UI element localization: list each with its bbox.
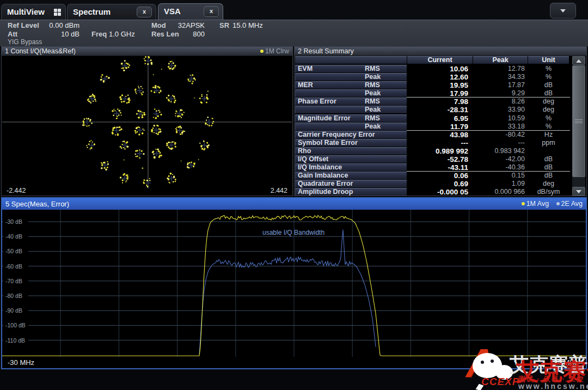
tab-multiview-label: MultiView <box>7 7 45 16</box>
result-peak-value: 33.90 <box>473 106 525 114</box>
x-axis-min-label: -2.442 <box>7 187 26 194</box>
result-row: Carrier Frequency Error43.98-80.42Hz <box>295 131 573 139</box>
result-row: Phase ErrorRMS7.988.26deg <box>295 97 573 106</box>
result-row: Quadrature Error0.691.09deg <box>295 180 573 188</box>
scrollbar-up-button[interactable] <box>572 56 585 65</box>
result-row-label: Carrier Frequency Error <box>295 131 407 138</box>
channel-info-bar: Ref Level 0.00 dBm Att 10 dB Freq 1.0 GH… <box>0 20 588 46</box>
result-current-value: 0.06 <box>407 172 468 180</box>
scrollbar-thumb[interactable] <box>572 65 585 177</box>
spectrum-titlebar[interactable]: 5 Spec(Meas, Error) 1M Avg 2E Avg <box>2 198 586 210</box>
result-row-label: Symbol Rate Error <box>295 139 407 147</box>
tab-multiview[interactable]: MultiView <box>1 4 66 20</box>
result-row: Gain Imbalance0.060.15dB <box>295 172 573 180</box>
spectrum-chart: -30 dB-40 dB-50 dB-60 dB-70 dB-80 dB-90 … <box>2 210 586 357</box>
tab-overflow-button[interactable] <box>550 3 576 19</box>
trace1-dot-icon <box>522 202 525 205</box>
header-cell-unit: Unit <box>528 56 569 64</box>
x-axis-max-label: 2.442 <box>271 187 287 194</box>
watermark: A 艾克赛普 艾克赛普 CCEXP 测试 · 仪器 · 工控 · 集成 www.… <box>464 341 588 390</box>
freq-value[interactable]: 1.0 GHz <box>109 30 135 38</box>
result-row: Symbol Rate Error------ppm <box>295 139 573 147</box>
result-row-label: Peak <box>295 89 407 97</box>
spectrum-legend-2[interactable]: 2E Avg <box>556 200 583 208</box>
result-summary-table: Current Peak Unit EVMRMS10.0612.78%Peak1… <box>295 56 586 196</box>
result-current-value: 0.69 <box>407 180 468 188</box>
result-unit: ppm <box>528 139 569 147</box>
svg-text:usable I/Q Bandwidth: usable I/Q Bandwidth <box>262 229 324 236</box>
result-summary-header-row: Current Peak Unit <box>295 56 573 64</box>
constellation-window: 1 Const I/Q(Meas&Ref) 1M Clrw -2.442 2.4… <box>1 46 293 196</box>
result-peak-value: 0.983 942 <box>473 147 525 155</box>
res-len-value[interactable]: 800 <box>169 30 205 38</box>
result-current-value: -43.11 <box>407 163 468 172</box>
constellation-trace-legend[interactable]: 1M Clrw <box>260 47 289 56</box>
result-unit: dB <box>528 172 569 180</box>
result-peak-value: 8.26 <box>473 97 525 106</box>
result-row: Rho0.989 9920.983 942 <box>295 147 573 155</box>
constellation-window-titlebar[interactable]: 1 Const I/Q(Meas&Ref) 1M Clrw <box>2 47 292 56</box>
result-row-label: MERRMS <box>295 81 407 89</box>
result-summary-title: 2 Result Summary <box>298 47 354 55</box>
vsa-application-window: MultiView Spectrum x VSA x Ref Level 0.0… <box>0 0 588 390</box>
ref-level-value[interactable]: 0.00 dBm <box>36 21 79 29</box>
result-row-label: Magnitude ErrorRMS <box>295 114 407 122</box>
result-current-value: 43.98 <box>407 131 468 139</box>
trace2-dot-icon <box>556 202 560 205</box>
result-row: Peak-28.3133.90deg <box>295 106 573 114</box>
result-peak-value: -40.36 <box>473 163 525 172</box>
result-current-value: 0.989 992 <box>407 147 468 155</box>
result-peak-value: -80.42 <box>473 131 525 139</box>
result-row: Peak12.6034.33% <box>295 73 573 81</box>
result-current-value: 19.95 <box>407 81 468 89</box>
sr-value[interactable]: 15.0 MHz <box>232 21 263 29</box>
result-current-value: 10.06 <box>407 65 468 73</box>
tab-vsa-close-icon[interactable]: x <box>204 6 219 17</box>
result-row-label: Rho <box>295 147 407 155</box>
result-row-label: I/Q Imbalance <box>295 163 407 171</box>
tab-spectrum-close-icon[interactable]: x <box>137 7 152 17</box>
constellation-window-title: 1 Const I/Q(Meas&Ref) <box>5 47 76 55</box>
result-row: MERRMS19.9517.87dB <box>295 81 573 89</box>
sr-label: SR <box>219 21 229 29</box>
mod-value[interactable]: 32APSK <box>169 21 205 29</box>
result-unit: dB <box>528 155 569 163</box>
result-peak-value: -42.00 <box>473 155 525 163</box>
tab-vsa[interactable]: VSA x <box>158 3 223 20</box>
att-label: Att <box>8 30 17 38</box>
result-current-value: -28.31 <box>407 106 468 114</box>
result-summary-titlebar[interactable]: 2 Result Summary <box>295 47 586 56</box>
result-row-label: Peak <box>295 106 407 113</box>
svg-text:-100 dB: -100 dB <box>5 322 26 328</box>
result-unit: dB <box>528 81 569 89</box>
scrollbar-down-button[interactable] <box>572 187 585 196</box>
result-current-value: 11.79 <box>407 123 468 131</box>
svg-text:-50 dB: -50 dB <box>5 248 22 254</box>
trace1-legend-label: 1M Avg <box>526 200 549 208</box>
header-cell-current: Current <box>407 56 473 64</box>
att-value[interactable]: 10 dB <box>36 30 79 38</box>
spectrum-trace-legends: 1M Avg 2E Avg <box>516 198 583 210</box>
trace1-legend-label: 1M Clrw <box>265 47 289 55</box>
result-peak-value: 1.09 <box>473 180 525 188</box>
result-summary-scrollbar[interactable] <box>572 56 585 196</box>
svg-text:-30 dB: -30 dB <box>5 218 22 225</box>
result-row: Magnitude ErrorRMS6.9510.59% <box>295 114 573 123</box>
result-unit: % <box>528 114 569 123</box>
result-peak-value: 17.87 <box>473 81 525 89</box>
constellation-x-axis: -2.442 2.442 <box>2 188 292 195</box>
tab-spectrum[interactable]: Spectrum x <box>67 4 156 20</box>
result-peak-value: 10.59 <box>473 114 525 123</box>
result-summary-window: 2 Result Summary Current Peak Unit EVMRM… <box>294 46 587 196</box>
svg-text:-40 dB: -40 dB <box>5 233 22 240</box>
header-cell-empty <box>295 56 407 64</box>
multiview-grid-icon <box>54 9 61 16</box>
result-peak-value: 9.29 <box>473 89 525 97</box>
result-current-value: -52.78 <box>407 155 468 163</box>
result-unit: dB/sym <box>528 188 569 196</box>
result-unit: Hz <box>528 131 569 139</box>
result-row: I/Q Imbalance-43.11-40.36dB <box>295 163 573 172</box>
result-unit: % <box>528 65 569 73</box>
spectrum-legend-1[interactable]: 1M Avg <box>522 200 549 208</box>
result-peak-value: 33.18 <box>473 123 525 131</box>
